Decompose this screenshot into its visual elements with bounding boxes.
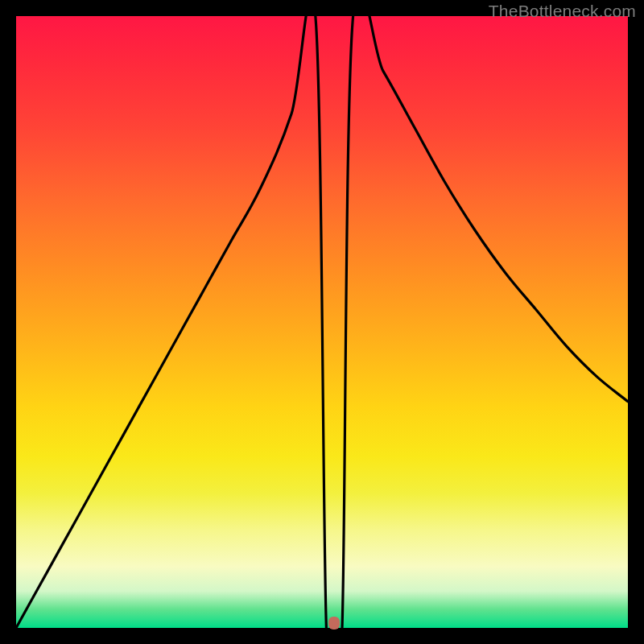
bottleneck-curve (16, 16, 628, 628)
minimum-marker (328, 617, 340, 630)
gradient-plot-area (16, 16, 628, 628)
chart-frame: TheBottleneck.com (0, 0, 644, 644)
curve-path (16, 16, 628, 628)
watermark-text: TheBottleneck.com (489, 2, 636, 21)
